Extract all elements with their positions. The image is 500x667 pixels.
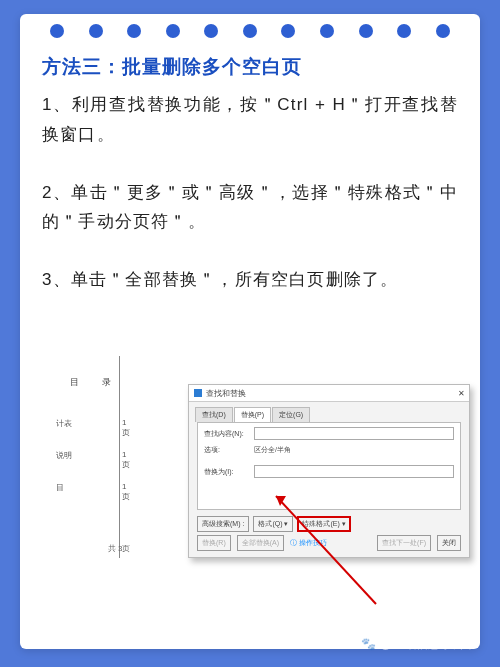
tips-link[interactable]: ⓘ 操作技巧 (290, 538, 327, 548)
replace-button[interactable]: 替换(R) (197, 535, 231, 551)
dialog-title: 查找和替换 (206, 388, 246, 399)
dialog-icon (193, 388, 203, 398)
screenshot-area: 目 录 计表1 页 说明1 页 目1 页 共 3页 查找和替换 ✕ 查找(D) … (48, 352, 456, 582)
find-label: 查找内容(N): (204, 429, 250, 439)
find-replace-dialog: 查找和替换 ✕ 查找(D) 替换(P) 定位(G) 查找内容(N): 选项:区分… (188, 384, 470, 558)
tab-goto[interactable]: 定位(G) (272, 407, 310, 422)
close-button[interactable]: 关闭 (437, 535, 461, 551)
step-3: 3、单击＂全部替换＂，所有空白页删除了。 (42, 265, 458, 295)
step-1: 1、利用查找替换功能，按＂Ctrl + H＂打开查找替换窗口。 (42, 90, 458, 150)
more-button[interactable]: 高级搜索(M) : (197, 516, 249, 532)
special-format-button[interactable]: 特殊格式(E) ▾ (297, 516, 350, 532)
step-2: 2、单击＂更多＂或＂高级＂，选择＂特殊格式＂中的＂手动分页符＂。 (42, 178, 458, 238)
tab-replace[interactable]: 替换(P) (234, 407, 271, 422)
format-button[interactable]: 格式(Q) ▾ (253, 516, 293, 532)
replace-all-button[interactable]: 全部替换(A) (237, 535, 284, 551)
close-icon[interactable]: ✕ (458, 389, 465, 398)
toc-heading: 目 录 (70, 376, 121, 389)
options-label: 选项: (204, 445, 250, 455)
svg-rect-0 (194, 389, 202, 397)
options-value: 区分全/半角 (254, 445, 291, 455)
method-title: 方法三：批量删除多个空白页 (42, 54, 458, 80)
tab-find[interactable]: 查找(D) (195, 407, 233, 422)
page-count: 共 3页 (48, 543, 190, 554)
replace-label: 替换为(I): (204, 467, 250, 477)
replace-input[interactable] (254, 465, 454, 478)
watermark: 🐾 @通讯信息小公举 (361, 636, 476, 653)
find-next-button[interactable]: 查找下一处(F) (377, 535, 431, 551)
background-document: 目 录 计表1 页 说明1 页 目1 页 共 3页 (48, 352, 190, 562)
find-input[interactable] (254, 427, 454, 440)
